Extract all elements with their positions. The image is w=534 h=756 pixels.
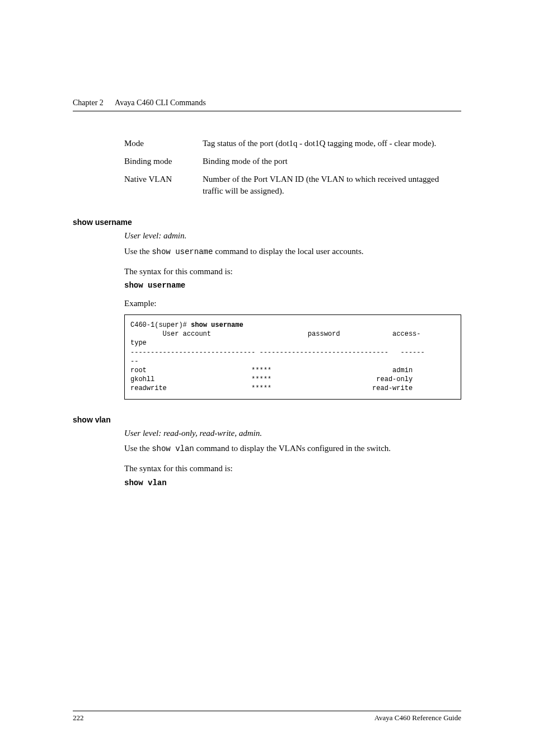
example-row-name: root xyxy=(130,367,147,374)
command-description: Use the show username command to display… xyxy=(124,246,461,258)
example-sep-line: ------------------------------- --------… xyxy=(130,349,425,356)
example-dash2: -- xyxy=(130,358,138,365)
syntax-label: The syntax for this command is: xyxy=(124,463,461,475)
section-heading-show-vlan: show vlan xyxy=(73,415,461,424)
example-row-type: read-only xyxy=(271,375,413,383)
example-type-line: type xyxy=(130,339,147,347)
page-footer: 222 Avaya C460 Reference Guide xyxy=(73,711,461,722)
example-row-type: admin xyxy=(271,367,413,374)
desc-pre: Use the xyxy=(124,247,152,256)
doc-title: Avaya C460 Reference Guide xyxy=(374,713,461,722)
def-term: Mode xyxy=(124,138,203,150)
syntax-command: show username xyxy=(124,281,461,290)
user-level: User level: read-only, read-write, admin… xyxy=(124,428,461,440)
desc-cmd: show vlan xyxy=(152,444,194,453)
running-header: Chapter 2 Avaya C460 CLI Commands xyxy=(73,98,461,111)
def-row-mode: Mode Tag status of the port (dot1q - dot… xyxy=(124,138,461,150)
example-row-type: read-write xyxy=(271,384,413,392)
example-row-pw: ***** xyxy=(147,367,271,374)
def-desc: Binding mode of the port xyxy=(203,156,461,168)
example-row-pw: ***** xyxy=(154,375,271,383)
page-number: 222 xyxy=(73,713,84,722)
example-command: show username xyxy=(191,321,243,329)
def-desc: Number of the Port VLAN ID (the VLAN to … xyxy=(203,173,461,198)
chapter-label: Chapter 2 xyxy=(73,98,104,107)
command-description: Use the show vlan command to display the… xyxy=(124,443,461,455)
example-row-name: gkohll xyxy=(130,375,154,383)
def-term: Native VLAN xyxy=(124,173,203,198)
def-row-native-vlan: Native VLAN Number of the Port VLAN ID (… xyxy=(124,173,461,198)
example-label: Example: xyxy=(124,298,461,310)
example-row-pw: ***** xyxy=(167,384,271,392)
user-level: User level: admin. xyxy=(124,230,461,242)
desc-pre: Use the xyxy=(124,444,152,453)
desc-cmd: show username xyxy=(152,247,213,256)
syntax-command: show vlan xyxy=(124,478,461,487)
example-output-box: C460-1(super)# show username User accoun… xyxy=(124,314,461,400)
example-row-name: readwrite xyxy=(130,384,167,392)
section-heading-show-username: show username xyxy=(73,218,461,227)
example-prompt: C460-1(super)# xyxy=(130,321,191,329)
def-row-binding-mode: Binding mode Binding mode of the port xyxy=(124,156,461,168)
example-header-line: User account password access- xyxy=(130,330,420,338)
def-term: Binding mode xyxy=(124,156,203,168)
desc-post: command to display the VLANs configured … xyxy=(194,444,391,453)
desc-post: command to display the local user accoun… xyxy=(213,247,363,256)
chapter-title: Avaya C460 CLI Commands xyxy=(115,98,206,107)
def-desc: Tag status of the port (dot1q - dot1Q ta… xyxy=(203,138,461,150)
syntax-label: The syntax for this command is: xyxy=(124,266,461,278)
